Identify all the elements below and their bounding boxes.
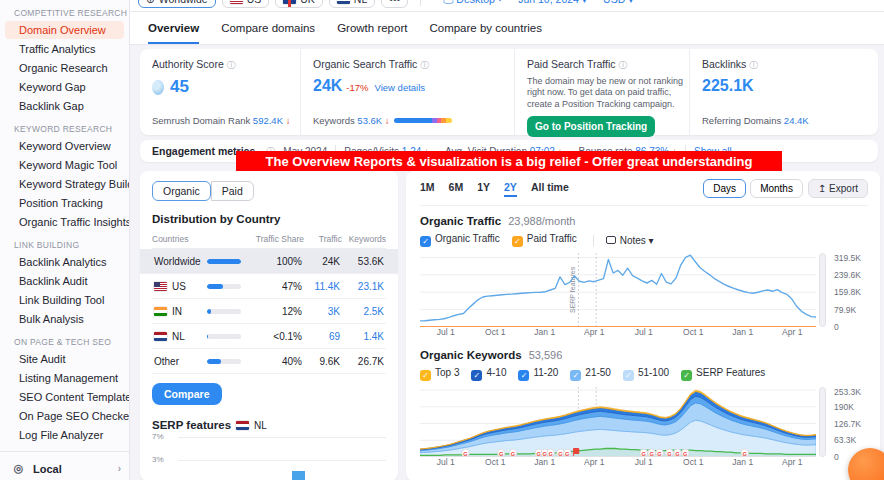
toggle-organic[interactable]: Organic <box>152 181 211 201</box>
sidebar-item-keyword-magic-tool[interactable]: Keyword Magic Tool <box>5 156 124 174</box>
sidebar-item-site-audit[interactable]: Site Audit <box>5 350 124 368</box>
tab-growth-report[interactable]: Growth report <box>337 22 407 44</box>
traffic-share-bar <box>207 334 269 339</box>
info-icon[interactable]: ⓘ <box>227 60 236 70</box>
referring-domains-value[interactable]: 24.4K <box>784 115 809 126</box>
export-button[interactable]: ↥ Export <box>808 179 868 198</box>
legend-item[interactable]: ✓SERP Features <box>681 367 765 381</box>
location-tab-uk[interactable]: UK <box>275 0 323 8</box>
svg-text:G: G <box>511 450 516 456</box>
position-tracking-button[interactable]: Go to Position Tracking <box>527 116 655 137</box>
sidebar-item-organic-research[interactable]: Organic Research <box>5 59 124 77</box>
serp-feature-bar[interactable] <box>292 471 305 480</box>
sidebar-item-backlink-gap[interactable]: Backlink Gap <box>5 97 124 115</box>
x-tick-label: Jan 1 <box>732 457 753 467</box>
annotation-banner: The Overview Reports & visualization is … <box>236 151 782 171</box>
legend-item[interactable]: ✓11-20 <box>518 367 558 381</box>
sidebar-item-link-building-tool[interactable]: Link Building Tool <box>5 291 124 309</box>
sidebar-item-traffic-analytics[interactable]: Traffic Analytics <box>5 40 124 58</box>
country-cell: NL <box>154 331 207 342</box>
device-selector[interactable]: 🖵 Desktop ▾ <box>443 0 502 6</box>
checkbox-icon: ✓ <box>681 370 692 381</box>
domain-rank-value[interactable]: 592.4K <box>253 115 283 126</box>
keywords-value[interactable]: 53.6K <box>357 115 382 126</box>
legend-item[interactable]: ✓Organic Traffic <box>420 233 500 247</box>
info-icon[interactable]: ⓘ <box>749 60 758 70</box>
legend-label: SERP Features <box>696 367 765 378</box>
traffic-value[interactable]: 3K <box>302 306 340 317</box>
legend-item[interactable]: ✓51-100 <box>623 367 669 381</box>
organic-traffic-chart-title: Organic Traffic <box>420 215 501 227</box>
tab-compare-domains[interactable]: Compare domains <box>221 22 315 44</box>
notes-control[interactable]: Notes ▾ <box>593 235 654 246</box>
organic-traffic-card: Organic Search Trafficⓘ 24K-17%View deta… <box>300 49 514 135</box>
range-all-time[interactable]: All time <box>531 181 569 197</box>
range-6m[interactable]: 6M <box>449 181 464 197</box>
organic-traffic-chart: SERP features 319.5K239.6K159.8K79.9K0 <box>420 253 868 327</box>
organic-keywords-plot[interactable]: GGGGGGGGGGGGGGG <box>420 387 816 457</box>
tab-compare-by-countries[interactable]: Compare by countries <box>429 22 542 44</box>
checkbox-icon: ✓ <box>512 236 523 247</box>
legend-item[interactable]: ✓Top 3 <box>420 367 459 381</box>
info-icon[interactable]: ⓘ <box>420 60 429 70</box>
country-row-us[interactable]: US47%11.4K23.1K <box>152 274 386 299</box>
sidebar-item-bulk-analysis[interactable]: Bulk Analysis <box>5 310 124 328</box>
sidebar-item-backlink-analytics[interactable]: Backlink Analytics <box>5 253 124 271</box>
chart-scrollbar[interactable] <box>819 387 826 457</box>
location-tab-nl[interactable]: NL <box>329 0 375 8</box>
granularity-days[interactable]: Days <box>703 179 746 198</box>
down-arrow-icon: ↓ <box>286 115 291 126</box>
legend-item[interactable]: ✓21-50 <box>570 367 611 381</box>
info-icon[interactable]: ⓘ <box>619 60 628 70</box>
in-flag-icon <box>154 307 167 316</box>
traffic-value[interactable]: 69 <box>302 331 340 342</box>
keywords-value[interactable]: 23.1K <box>340 281 384 292</box>
toggle-paid[interactable]: Paid <box>211 181 254 201</box>
keywords-value[interactable]: 1.4K <box>340 331 384 342</box>
sidebar-item-position-tracking[interactable]: Position Tracking <box>5 194 124 212</box>
granularity-months[interactable]: Months <box>750 179 803 198</box>
country-row-in[interactable]: IN12%3K2.5K <box>152 299 386 324</box>
sidebar-item-backlink-audit[interactable]: Backlink Audit <box>5 272 124 290</box>
sidebar-item-keyword-strategy-builder[interactable]: Keyword Strategy Buildernew <box>5 175 124 193</box>
sidebar-item-domain-overview[interactable]: Domain Overview <box>5 21 124 39</box>
traffic-value[interactable]: 11.4K <box>302 281 340 292</box>
paid-traffic-label: Paid Search Trafficⓘ <box>527 58 677 72</box>
location-tab-worldwide[interactable]: ⊕Worldwide <box>138 0 216 8</box>
sidebar-item-organic-traffic-insights[interactable]: Organic Traffic Insights <box>5 213 124 231</box>
country-row-nl[interactable]: NL<0.1%691.4K <box>152 324 386 349</box>
legend-item[interactable]: ✓Paid Traffic <box>512 233 577 247</box>
compare-button[interactable]: Compare <box>152 383 222 405</box>
country-name: IN <box>172 306 182 317</box>
keywords-value[interactable]: 2.5K <box>340 306 384 317</box>
legend-label: 21-50 <box>585 367 611 378</box>
sidebar-item-seo-content-template[interactable]: SEO Content Template <box>5 388 124 406</box>
organic-keywords-y-axis: 253.3K190K126.7K63.3K0 <box>826 387 868 457</box>
location-tab-us[interactable]: US <box>222 0 270 8</box>
x-tick-label: Jul 1 <box>437 457 455 467</box>
chart-scrollbar[interactable] <box>819 253 826 327</box>
svg-text:G: G <box>548 450 553 456</box>
country-row-other[interactable]: Other40%9.6K26.7K <box>152 349 386 374</box>
date-selector[interactable]: Jun 10, 2024 ▾ <box>518 0 587 5</box>
organic-traffic-x-axis: Jul 1Oct 1Jan 1Apr 1Jul 1Oct 1Jan 1Apr 1 <box>420 327 816 339</box>
view-details-link[interactable]: View details <box>375 82 426 93</box>
tab-overview[interactable]: Overview <box>148 22 199 44</box>
checkbox-icon: ✓ <box>623 370 634 381</box>
sidebar-item-keyword-gap[interactable]: Keyword Gap <box>5 78 124 96</box>
sidebar-item-on-page-seo-checker[interactable]: On Page SEO Checker <box>5 407 124 425</box>
organic-traffic-plot[interactable]: SERP features <box>420 253 816 327</box>
sidebar-item-keyword-overview[interactable]: Keyword Overview <box>5 137 124 155</box>
range-1y[interactable]: 1Y <box>477 181 490 197</box>
range-2y[interactable]: 2Y <box>504 181 517 197</box>
sidebar-item-listing-management[interactable]: Listing Management <box>5 369 124 387</box>
range-1m[interactable]: 1M <box>420 181 435 197</box>
legend-item[interactable]: ✓4-10 <box>471 367 506 381</box>
domain-rank-footer: Semrush Domain Rank 592.4K ↓ <box>152 115 288 126</box>
sidebar-item-local[interactable]: ◎Local› <box>0 456 129 480</box>
country-row-worldwide[interactable]: Worldwide100%24K53.6K <box>140 249 398 274</box>
more-locations-button[interactable]: ••• <box>381 0 408 8</box>
location-tab-label: UK <box>300 0 315 5</box>
currency-selector[interactable]: USD ▾ <box>603 0 633 5</box>
sidebar-item-log-file-analyzer[interactable]: Log File Analyzer <box>5 426 124 444</box>
